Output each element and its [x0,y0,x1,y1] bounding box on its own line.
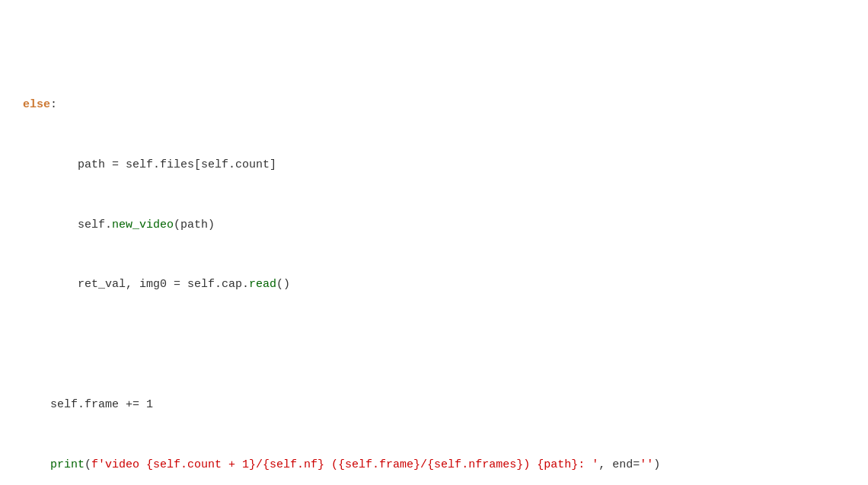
line-path: path = self.files[self.count] [23,155,845,175]
line-empty-1 [23,335,845,355]
line-ret-val: ret_val, img0 = self.cap.read() [23,275,845,295]
line-else-1: else: [23,95,845,115]
code-container: else: path = self.files[self.count] self… [0,0,868,485]
line-print: print(f'video {self.count + 1}/{self.nf}… [23,455,845,475]
code-block: else: path = self.files[self.count] self… [23,15,845,485]
line-frame: self.frame += 1 [23,395,845,415]
line-new-video: self.new_video(path) [23,215,845,235]
